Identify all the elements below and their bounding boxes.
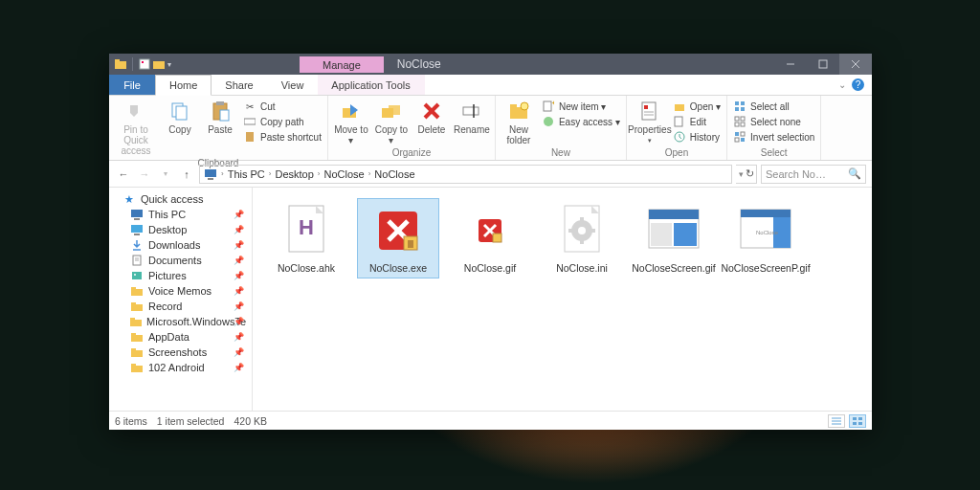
nav-item[interactable]: Voice Memos📌 — [109, 283, 252, 299]
file-item[interactable]: NoClose.exe — [358, 199, 438, 278]
file-item[interactable]: NoCloseScreen.gif — [634, 199, 714, 278]
pin-icon: 📌 — [234, 347, 244, 357]
new-item-button[interactable]: ✦New item ▾ — [542, 100, 620, 113]
details-view-button[interactable] — [828, 414, 845, 428]
invert-icon — [733, 130, 746, 144]
paste-shortcut-button[interactable]: Paste shortcut — [243, 130, 322, 144]
nav-item[interactable]: Screenshots📌 — [109, 345, 252, 360]
svg-rect-83 — [493, 234, 501, 242]
open-button[interactable]: Open ▾ — [673, 100, 721, 113]
file-name: NoClose.gif — [464, 262, 516, 274]
nav-item[interactable]: Downloads📌 — [109, 237, 252, 253]
pin-icon: 📌 — [234, 271, 244, 280]
copy-icon — [168, 100, 191, 122]
svg-rect-52 — [131, 225, 143, 233]
file-item[interactable]: NoClose.ini — [542, 199, 622, 278]
svg-rect-1 — [115, 59, 120, 62]
rename-button[interactable]: Rename — [453, 98, 491, 137]
new-folder-icon — [507, 100, 530, 122]
cut-button[interactable]: ✂Cut — [243, 100, 322, 113]
nav-item[interactable]: Desktop📌 — [109, 222, 252, 237]
file-name: NoClose.ahk — [278, 262, 335, 274]
up-button[interactable]: ↑ — [178, 166, 195, 183]
nav-label: Record — [148, 301, 182, 312]
breadcrumb-segment[interactable]: Desktop — [275, 168, 313, 180]
select-none-button[interactable]: Select none — [733, 115, 814, 128]
pin-quick-access-button[interactable]: Pin to Quick access — [113, 98, 159, 158]
move-to-button[interactable]: Move to ▾ — [332, 98, 370, 147]
quick-access[interactable]: ★ Quick access — [109, 191, 252, 207]
close-button[interactable] — [839, 54, 872, 75]
breadcrumb-segment[interactable]: NoClose — [374, 168, 414, 180]
view-tab[interactable]: View — [268, 75, 319, 95]
nav-item[interactable]: 102 Android📌 — [109, 360, 252, 375]
history-button[interactable]: History — [673, 130, 721, 144]
svg-rect-70 — [131, 366, 143, 372]
svg-rect-33 — [675, 104, 684, 111]
nav-item[interactable]: This PC📌 — [109, 207, 252, 222]
svg-rect-106 — [858, 422, 862, 425]
file-item[interactable]: HNoClose.ahk — [266, 199, 346, 278]
properties-icon[interactable] — [139, 58, 150, 70]
nav-icon — [130, 269, 144, 282]
svg-rect-79 — [408, 240, 413, 248]
easy-access-button[interactable]: Easy access ▾ — [542, 115, 620, 128]
nav-item[interactable]: AppData📌 — [109, 329, 252, 345]
file-thumbnail — [462, 203, 518, 258]
edit-button[interactable]: Edit — [673, 115, 721, 128]
svg-rect-94 — [651, 223, 672, 246]
copy-path-button[interactable]: Copy path — [243, 115, 322, 128]
minimize-button[interactable] — [774, 54, 807, 75]
collapse-ribbon-icon[interactable]: ⌄ — [838, 79, 846, 90]
application-tools-tab[interactable]: Application Tools — [318, 75, 424, 95]
svg-rect-48 — [205, 169, 216, 177]
file-thumbnail — [370, 203, 426, 258]
svg-rect-38 — [735, 107, 739, 111]
svg-rect-2 — [140, 59, 149, 69]
nav-label: Desktop — [148, 224, 187, 235]
paste-button[interactable]: Paste — [201, 98, 239, 137]
select-all-button[interactable]: Select all — [733, 100, 814, 113]
file-item[interactable]: NoCloseNoCloseScreenP.gif — [725, 199, 806, 278]
delete-button[interactable]: Delete — [412, 98, 451, 137]
file-thumbnail — [646, 203, 702, 258]
status-bar: 6 items 1 item selected 420 KB — [109, 411, 872, 430]
properties-button[interactable]: Properties▾ — [631, 98, 669, 146]
navigation-pane[interactable]: ★ Quick access This PC📌Desktop📌Downloads… — [109, 188, 253, 411]
recent-locations-button[interactable]: ▾ — [157, 166, 174, 183]
copy-to-button[interactable]: Copy to ▾ — [372, 98, 411, 147]
new-folder-icon[interactable] — [153, 58, 165, 70]
nav-item[interactable]: Pictures📌 — [109, 268, 252, 283]
file-list[interactable]: HNoClose.ahkNoClose.exeNoClose.gifNoClos… — [253, 188, 872, 411]
breadcrumb-segment[interactable]: NoClose — [324, 168, 365, 180]
nav-item[interactable]: Documents📌 — [109, 253, 252, 268]
svg-rect-42 — [735, 122, 739, 126]
delete-icon — [420, 100, 443, 122]
help-icon[interactable]: ? — [852, 78, 864, 91]
qat-dropdown-icon[interactable]: ▾ — [167, 60, 175, 69]
search-input[interactable]: Search No… 🔍 — [761, 165, 866, 184]
refresh-button[interactable]: ▾↻ — [736, 165, 757, 184]
new-folder-button[interactable]: New folder — [500, 98, 538, 147]
nav-icon — [130, 315, 142, 328]
copy-button[interactable]: Copy — [161, 98, 199, 137]
pin-icon: 📌 — [234, 332, 244, 342]
file-name: NoClose.ini — [556, 262, 608, 274]
nav-item[interactable]: Record📌 — [109, 299, 252, 314]
breadcrumb[interactable]: › This PC› Desktop› NoClose› NoClose — [199, 165, 732, 184]
svg-rect-13 — [220, 110, 229, 121]
breadcrumb-segment[interactable]: This PC — [228, 168, 265, 180]
nav-icon — [130, 345, 144, 359]
icons-view-button[interactable] — [849, 414, 866, 428]
nav-label: 102 Android — [148, 362, 205, 373]
home-tab[interactable]: Home — [155, 75, 212, 96]
share-tab[interactable]: Share — [212, 75, 267, 95]
nav-item[interactable]: Microsoft.WindowsTe📌 — [109, 314, 252, 329]
svg-rect-91 — [590, 229, 595, 233]
invert-selection-button[interactable]: Invert selection — [733, 130, 814, 144]
file-item[interactable]: NoClose.gif — [450, 199, 530, 278]
back-button[interactable]: ← — [115, 166, 132, 183]
forward-button[interactable]: → — [136, 166, 153, 183]
maximize-button[interactable] — [807, 54, 839, 75]
file-tab[interactable]: File — [109, 75, 155, 95]
